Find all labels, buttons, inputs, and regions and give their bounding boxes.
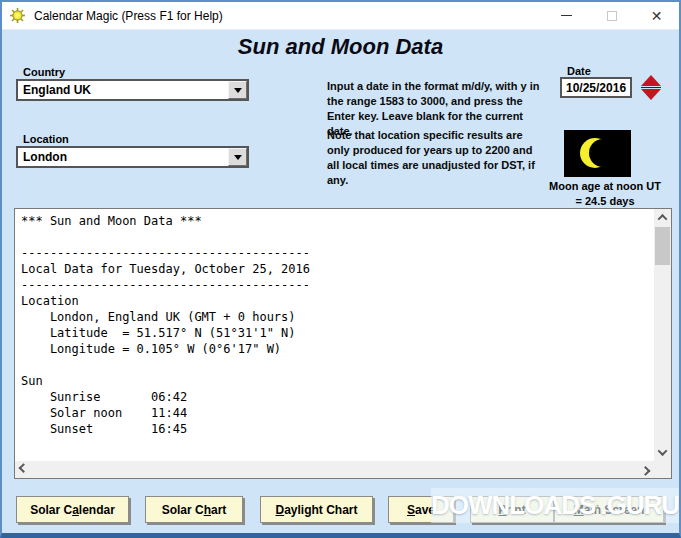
close-button[interactable]: ✕ [634,2,679,30]
main-screen-button[interactable]: Main Screen [554,496,664,523]
button-label: art [211,503,226,517]
country-label: Country [23,66,65,78]
app-window: Calendar Magic (Press F1 for Help) ✕ Sun… [0,0,681,538]
scroll-up-button[interactable] [654,209,671,226]
button-label: rint [506,503,525,517]
country-value: England UK [18,83,228,97]
minimize-icon [561,15,572,16]
sun-moon-data-text[interactable]: *** Sun and Moon Data *** --------------… [15,209,654,461]
chevron-right-icon [641,466,651,476]
scrollbar-corner [654,461,671,478]
moon-phase-image [564,130,631,177]
crescent-moon-icon [564,130,631,177]
sun-icon [9,7,26,24]
access-key: D [275,503,284,517]
vertical-scrollbar[interactable] [654,209,671,461]
country-select[interactable]: England UK [16,79,249,101]
window-title: Calendar Magic (Press F1 for Help) [34,9,544,23]
button-label: lendar [79,503,115,517]
access-key: M [574,503,584,517]
maximize-icon [607,11,617,21]
titlebar: Calendar Magic (Press F1 for Help) ✕ [2,2,679,30]
country-dropdown-button[interactable] [228,81,247,99]
vertical-scroll-thumb[interactable] [655,227,670,265]
location-dropdown-button[interactable] [228,148,247,166]
button-label: ave [415,503,435,517]
button-label: Solar C [162,503,204,517]
print-button[interactable]: Print [470,496,554,523]
button-label: ain Screen [584,503,645,517]
maximize-button [589,2,634,30]
chevron-left-icon [19,463,29,473]
spinner-down-icon[interactable] [641,89,661,100]
main-content: Sun and Moon Data Country England UK Loc… [2,30,679,533]
chevron-down-icon [234,155,242,160]
solar-calendar-button[interactable]: Solar Calendar [16,496,129,523]
close-icon: ✕ [651,9,663,23]
moon-age-caption: Moon age at noon UT = 24.5 days [530,179,680,209]
moon-age-line2: = 24.5 days [530,194,680,209]
access-key: h [204,503,211,517]
spinner-up-icon[interactable] [641,75,661,86]
location-select[interactable]: London [16,146,249,168]
spinner-divider [641,87,661,88]
access-key: a [72,503,79,517]
chevron-down-icon [658,446,668,456]
access-key: S [407,503,415,517]
horizontal-scrollbar[interactable] [15,461,654,478]
chevron-up-icon [658,214,668,224]
solar-chart-button[interactable]: Solar Chart [145,496,243,523]
scroll-down-button[interactable] [654,444,671,461]
scroll-right-button[interactable] [637,461,654,478]
save-button[interactable]: Save [388,496,454,523]
scroll-left-button[interactable] [15,461,32,478]
minimize-button[interactable] [544,2,589,30]
location-value: London [18,150,228,164]
date-spinner[interactable] [640,75,662,103]
date-label: Date [567,65,591,77]
results-panel: *** Sun and Moon Data *** --------------… [14,208,672,479]
chevron-down-icon [234,88,242,93]
button-label: aylight Chart [284,503,357,517]
page-title: Sun and Moon Data [2,34,679,60]
location-note: Note that location specific results are … [327,128,541,187]
location-label: Location [23,133,69,145]
date-input[interactable] [560,77,632,98]
daylight-chart-button[interactable]: Daylight Chart [260,496,373,523]
button-label: Solar C [30,503,72,517]
moon-age-line1: Moon age at noon UT [530,179,680,194]
